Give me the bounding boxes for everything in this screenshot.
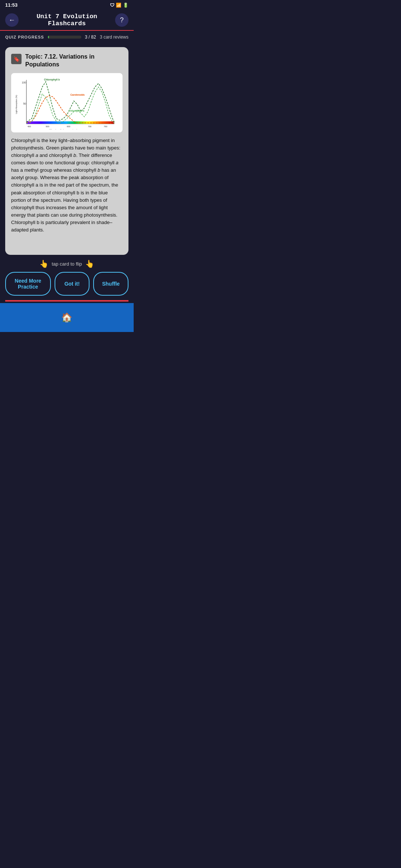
- status-icons: 🛡 📶 🔋: [110, 3, 128, 8]
- flashcard[interactable]: 🔖 Topic: 7.12. Variations in Populations…: [5, 47, 128, 255]
- shield-icon: 🛡: [110, 3, 114, 8]
- signal-icon: 📶: [116, 3, 121, 8]
- carotenoids-label: Carotenoids: [70, 93, 85, 96]
- x-760-label: 760: [104, 125, 107, 128]
- got-it-button[interactable]: Got it!: [55, 272, 90, 296]
- x-700-label: 700: [88, 125, 91, 128]
- tap-right-icon: 👆: [85, 259, 94, 268]
- progress-reviews: 3 card reviews: [100, 34, 128, 40]
- chart-container: Light Absorption (%) 100 50 400 500 600 …: [11, 73, 123, 132]
- progress-bar-container: [48, 36, 81, 39]
- home-icon: 🏠: [61, 312, 72, 323]
- y-100-label: 100: [22, 81, 26, 84]
- chlorophyll-b-label: Chlorophyll b: [44, 78, 60, 81]
- help-icon: ?: [120, 16, 124, 24]
- progress-section: QUIZ PROGRESS 3 / 82 3 card reviews: [0, 31, 134, 43]
- tap-hint-text: tap card to flip: [52, 261, 82, 267]
- chlorophyll-b-line: [26, 82, 114, 122]
- card-topic-text: Topic: 7.12. Variations in Populations: [25, 53, 123, 69]
- bottom-nav: 🏠: [0, 303, 134, 332]
- progress-bar-fill: [48, 36, 49, 39]
- y-axis-label: Light Absorption (%): [15, 95, 17, 114]
- absorption-chart: Light Absorption (%) 100 50 400 500 600 …: [14, 76, 120, 129]
- bookmark-icon: 🔖: [13, 56, 20, 62]
- page-title: Unit 7 Evolution Flashcards: [19, 13, 115, 27]
- topic-icon: 🔖: [11, 54, 22, 64]
- x-500-label: 500: [46, 125, 49, 128]
- battery-icon: 🔋: [123, 3, 128, 8]
- x-axis-label: Wavelength (nanometers): [49, 128, 78, 129]
- x-600-label: 600: [67, 125, 70, 128]
- card-body-text: Chlorophyll is the key light–absorbing p…: [11, 137, 123, 234]
- tap-hint: 👆 tap card to flip 👆: [0, 255, 134, 272]
- spectrum-bar: [26, 121, 114, 124]
- back-button[interactable]: ←: [5, 13, 19, 27]
- need-more-practice-button[interactable]: Need More Practice: [5, 272, 51, 296]
- x-400-label: 400: [27, 125, 31, 128]
- card-topic: 🔖 Topic: 7.12. Variations in Populations: [11, 53, 123, 69]
- status-bar: 11:53 🛡 📶 🔋: [0, 0, 134, 10]
- y-50-label: 50: [23, 102, 26, 105]
- shuffle-button[interactable]: Shuffle: [93, 272, 128, 296]
- chlorophyll-a-label: Chlorophyll a: [69, 109, 85, 112]
- help-button[interactable]: ?: [115, 13, 128, 27]
- action-buttons: Need More Practice Got it! Shuffle: [0, 272, 134, 300]
- back-icon: ←: [9, 16, 15, 24]
- status-time: 11:53: [5, 2, 17, 8]
- chlorophyll-a-line: [26, 87, 114, 123]
- progress-count: 3 / 82: [85, 34, 96, 40]
- tap-left-icon: 👆: [39, 259, 49, 268]
- card-area: 🔖 Topic: 7.12. Variations in Populations…: [0, 43, 134, 255]
- header: ← Unit 7 Evolution Flashcards ?: [0, 10, 134, 31]
- progress-label: QUIZ PROGRESS: [5, 35, 44, 39]
- red-divider: [5, 300, 128, 302]
- home-button[interactable]: 🏠: [58, 308, 76, 327]
